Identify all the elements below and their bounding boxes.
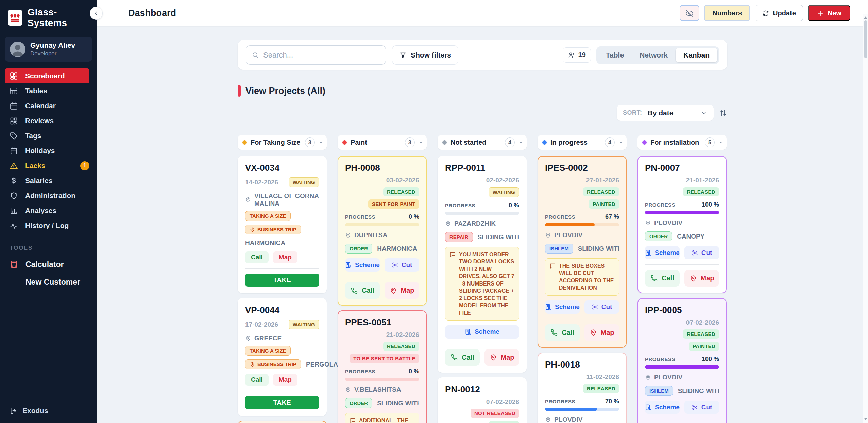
call-button[interactable]: Call [245, 251, 269, 263]
content: Show filters 19 Table Network Kanban [238, 40, 727, 423]
project-card-pn-0007[interactable]: PN-000721-01-2026RELEASEDPROGRESS100 %PL… [637, 156, 727, 293]
numbers-button[interactable]: Numbers [704, 5, 750, 21]
cut-button[interactable]: Cut [584, 300, 619, 314]
take-button[interactable]: TAKE [245, 274, 319, 287]
map-button[interactable]: Map [273, 374, 297, 386]
card-product: SLIDING WITH SIN... [377, 400, 419, 407]
sidebar-item-analyses[interactable]: Analyses [0, 203, 97, 218]
show-filters-button[interactable]: Show filters [392, 45, 458, 65]
qr-icon [10, 117, 18, 125]
app-title: Glass-Systems [28, 7, 89, 29]
map-button[interactable]: Map [273, 251, 297, 263]
update-button[interactable]: Update [755, 5, 803, 21]
call-button[interactable]: Call [545, 324, 580, 341]
card-location: PLOVDIV [545, 231, 619, 239]
type-badge: ORDER [345, 244, 372, 254]
column-header: In progress4 [538, 135, 627, 150]
column-menu-caret[interactable] [518, 140, 523, 145]
user-card[interactable]: Gyunay Aliev Developer [5, 37, 92, 62]
sort-dropdown[interactable]: SORT: By date [617, 105, 714, 121]
scissors-icon [692, 404, 698, 411]
sidebar-item-salaries[interactable]: Salaries [0, 173, 97, 188]
sort-direction-button[interactable] [719, 109, 727, 117]
card-type-row: ORDERHARMONICA [345, 244, 419, 254]
map-button[interactable]: Map [484, 349, 519, 366]
sidebar-item-label: Calendar [25, 102, 56, 110]
call-button[interactable]: Call [245, 374, 269, 386]
update-label: Update [773, 9, 796, 17]
column-count: 4 [505, 137, 515, 147]
project-card-ipp-0005[interactable]: IPP-000507-02-2026RELEASEDPAINTEDPROGRES… [637, 298, 727, 423]
scroll-up-arrow[interactable] [864, 16, 867, 19]
card-divider [245, 268, 319, 269]
project-card-ph-0018[interactable]: PH-001811-02-2026RELEASEDPROGRESS70 %PLO… [538, 353, 627, 423]
column-count: 5 [705, 137, 715, 147]
card-small-actions: SchemeCut [345, 258, 419, 272]
project-card-ipes-0002[interactable]: IPES-000227-01-2026RELEASEDPAINTEDPROGRE… [538, 156, 627, 348]
sidebar-item-calculator[interactable]: Calculator [0, 256, 97, 273]
progress-value: 0 % [409, 368, 419, 375]
cut-button[interactable]: Cut [684, 401, 719, 414]
project-card-rpp-0011[interactable]: RPP-001102-02-2026WAITINGPROGRESS0 %PAZA… [438, 156, 527, 373]
project-card-vp-0044[interactable]: VP-004417-02-2026WAITINGGREECETAKING A S… [238, 298, 327, 416]
users-count: 19 [578, 51, 586, 59]
sidebar-item-scoreboard[interactable]: Scoreboard [5, 68, 89, 83]
sidebar-item-administration[interactable]: Administration [0, 188, 97, 203]
map-pin-icon [590, 329, 597, 336]
call-button[interactable]: Call [445, 349, 480, 366]
type-badge: BUSINESS TRIP [245, 359, 301, 369]
column-menu-caret[interactable] [419, 140, 423, 145]
project-card-ppes-0051[interactable]: PPES-005121-02-2026RELEASEDTO BE SENT TO… [338, 310, 427, 423]
scheme-button[interactable]: Scheme [545, 300, 580, 314]
cut-button[interactable]: Cut [684, 246, 719, 259]
new-label: New [828, 9, 841, 17]
scheme-button[interactable]: Scheme [445, 325, 519, 339]
project-card-ph-0008[interactable]: PH-000803-02-2026RELEASEDSENT FOR PAINTP… [338, 156, 427, 306]
column-menu-caret[interactable] [319, 140, 323, 145]
call-button[interactable]: Call [345, 282, 380, 299]
scheme-button[interactable]: Scheme [645, 401, 680, 414]
card-date: 03-02-2026 [386, 177, 419, 184]
sort-row: SORT: By date [238, 105, 727, 121]
sidebar-collapse-button[interactable] [90, 7, 103, 20]
cut-button[interactable]: Cut [385, 258, 419, 272]
call-button[interactable]: Call [645, 270, 680, 287]
map-button[interactable]: Map [584, 324, 619, 341]
card-small-actions: SchemeCut [545, 300, 619, 314]
take-button[interactable]: TAKE [245, 396, 319, 409]
map-button[interactable]: Map [684, 270, 719, 287]
sidebar-item-reviews[interactable]: Reviews [0, 113, 97, 128]
scrollbar-thumb[interactable] [864, 20, 867, 58]
sidebar-item-exodus[interactable]: Exodus [0, 398, 97, 423]
map-button[interactable]: Map [385, 282, 419, 299]
tab-network[interactable]: Network [632, 48, 676, 62]
status-badge: NOT RELEASED [471, 409, 519, 418]
map-pin-icon [445, 221, 451, 227]
sidebar-item-tags[interactable]: Tags [0, 128, 97, 143]
tab-kanban[interactable]: Kanban [676, 48, 717, 62]
sidebar-item-tables[interactable]: Tables [0, 83, 97, 98]
scheme-button[interactable]: Scheme [345, 258, 380, 272]
project-card-vd-0046[interactable]: VD-004617-02-2026WAITINGPLOVDIVTAKING A … [238, 421, 327, 423]
tab-table[interactable]: Table [598, 48, 632, 62]
project-card-vx-0034[interactable]: VX-003414-02-2026WAITINGVILLAGE OF GORNA… [238, 156, 327, 293]
project-card-pn-0012[interactable]: PN-001207-02-2026NOT RELEASEDPAINTEDPROG… [438, 377, 527, 423]
sidebar-item-new-customer[interactable]: New Customer [0, 273, 97, 291]
users-count-badge[interactable]: 19 [563, 47, 591, 63]
sidebar-item-lacks[interactable]: Lacks1 [0, 158, 97, 173]
column-menu-caret[interactable] [718, 140, 723, 145]
new-button[interactable]: New [808, 5, 850, 21]
sidebar-item-calendar[interactable]: Calendar [0, 98, 97, 113]
column-menu-caret[interactable] [618, 140, 623, 145]
map-pin-icon [490, 354, 497, 361]
phone-icon [550, 329, 558, 336]
search-input[interactable] [263, 51, 380, 60]
hide-numbers-toggle[interactable] [680, 5, 699, 21]
sidebar-item-history-log[interactable]: History / Log [0, 218, 97, 233]
sidebar-item-holidays[interactable]: Holidays [0, 143, 97, 158]
scroll-down-arrow[interactable] [864, 418, 867, 420]
plus-icon [10, 278, 18, 287]
scheme-button[interactable]: Scheme [645, 246, 680, 259]
vertical-scrollbar[interactable] [863, 14, 868, 423]
card-product: SLIDING WITH A P... [478, 233, 519, 241]
